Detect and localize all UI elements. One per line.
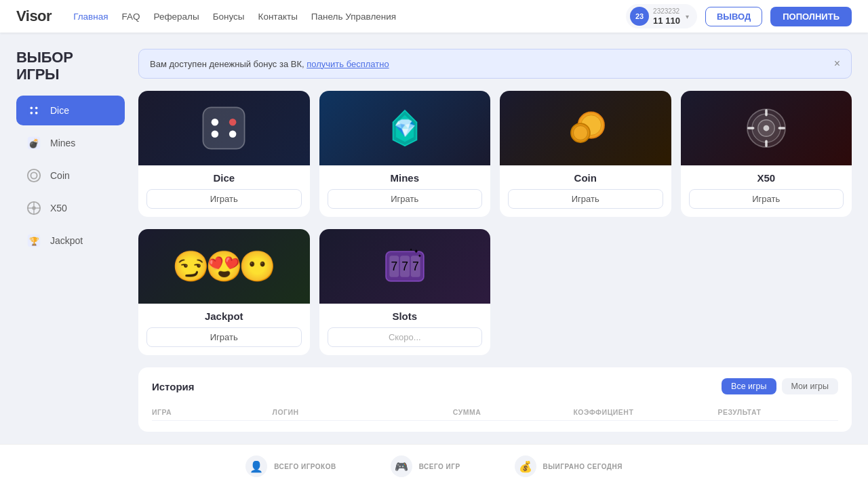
sidebar-item-coin[interactable]: Coin: [16, 161, 125, 190]
won-icon: 💰: [515, 455, 536, 477]
games-grid-row2: 😏 😍 😶 Jackpot Играть 7: [138, 229, 852, 355]
game-card-jackpot[interactable]: 😏 😍 😶 Jackpot Играть: [138, 229, 310, 355]
tab-my-games[interactable]: Мои игры: [782, 378, 838, 394]
game-thumb-x50: [681, 91, 852, 165]
sidebar: ВЫБОРИГРЫ Dice 💣 Mines: [16, 49, 125, 432]
sidebar-title: ВЫБОРИГРЫ: [16, 49, 125, 83]
user-balance: 11 110: [653, 16, 680, 26]
svg-rect-34: [778, 127, 785, 129]
play-button-mines[interactable]: Играть: [328, 189, 483, 209]
soon-button-slots: Скоро...: [328, 327, 483, 347]
svg-point-19: [212, 131, 219, 138]
bonus-banner: Вам доступен денежный бонус за ВК, получ…: [138, 49, 852, 79]
svg-point-26: [574, 126, 588, 140]
svg-text:💎: 💎: [393, 117, 416, 139]
tab-all-games[interactable]: Все игры: [722, 378, 776, 394]
coin-icon: [24, 166, 43, 185]
game-card-x50[interactable]: X50 Играть: [681, 91, 852, 217]
bottom-stats: 👤 ВСЕГО ИГРОКОВ 🎮 ВСЕГО ИГР 💰 ВЫИГРАНО С…: [0, 444, 868, 488]
banner-text: Вам доступен денежный бонус за ВК, получ…: [150, 59, 389, 69]
history-title: История: [152, 381, 195, 392]
play-button-jackpot[interactable]: Играть: [146, 327, 302, 347]
game-info-jackpot: Jackpot Играть: [138, 304, 310, 355]
svg-text:7: 7: [391, 260, 397, 273]
play-button-coin[interactable]: Играть: [508, 189, 663, 209]
game-name-coin: Coin: [508, 172, 663, 184]
nav-home[interactable]: Главная: [73, 12, 108, 22]
svg-text:💣: 💣: [28, 138, 40, 148]
withdraw-button[interactable]: ВЫВОД: [705, 7, 762, 26]
user-info: 2323232 11 110: [653, 7, 680, 26]
stat-games-label: ВСЕГО ИГР: [419, 463, 460, 470]
nav-referrals[interactable]: Рефералы: [154, 12, 199, 22]
game-name-jackpot: Jackpot: [146, 310, 302, 322]
sidebar-mines-label: Mines: [50, 138, 75, 148]
game-card-coin[interactable]: Coin Играть: [500, 91, 671, 217]
stat-total-players: 👤 ВСЕГО ИГРОКОВ: [245, 455, 336, 477]
svg-rect-32: [765, 140, 768, 148]
svg-point-4: [35, 111, 38, 114]
nav-faq[interactable]: FAQ: [122, 12, 140, 22]
deposit-button[interactable]: ПОПОЛНИТЬ: [770, 7, 852, 26]
svg-rect-33: [747, 127, 755, 129]
play-button-x50[interactable]: Играть: [689, 189, 844, 209]
game-info-coin: Coin Играть: [500, 165, 671, 217]
sidebar-item-x50[interactable]: X50: [16, 193, 125, 223]
games-grid-row1: Dice Играть 💎 Mines Играть: [138, 91, 852, 217]
svg-rect-15: [203, 107, 245, 148]
svg-text:7: 7: [412, 260, 419, 273]
history-header: История Все игры Мои игры: [152, 378, 838, 394]
stat-total-games: 🎮 ВСЕГО ИГР: [391, 455, 460, 477]
jackpot-icon: 🏆: [24, 231, 43, 250]
sidebar-coin-label: Coin: [50, 170, 70, 181]
svg-point-17: [229, 119, 237, 126]
stat-players-info: ВСЕГО ИГРОКОВ: [274, 463, 336, 470]
x50-icon: [24, 199, 43, 218]
game-card-mines[interactable]: 💎 Mines Играть: [319, 91, 491, 217]
stat-won-info: ВЫИГРАНО СЕГОДНЯ: [543, 463, 623, 470]
dice-icon: [24, 101, 43, 120]
sidebar-x50-label: X50: [50, 203, 67, 214]
game-card-slots[interactable]: 7 7 7 ✦ ✦ ✦ Slots Скоро...: [319, 229, 491, 355]
nav-contacts[interactable]: Контакты: [258, 12, 298, 22]
svg-point-1: [31, 106, 33, 109]
banner-link[interactable]: получить бесплатно: [307, 59, 389, 69]
svg-text:✦: ✦: [410, 247, 412, 251]
history-table-header: ИГРА ЛОГИН СУММА КОЭФФИЦИЕНТ РЕЗУЛЬТАТ: [152, 404, 838, 421]
svg-text:🏆: 🏆: [29, 235, 39, 245]
svg-rect-31: [765, 109, 768, 117]
svg-point-16: [212, 119, 219, 126]
svg-text:✦: ✦: [418, 253, 422, 258]
main-layout: ВЫБОРИГРЫ Dice 💣 Mines: [0, 33, 868, 448]
nav-bonuses[interactable]: Бонусы: [213, 12, 245, 22]
logo[interactable]: Visor: [16, 7, 52, 25]
sidebar-dice-label: Dice: [50, 105, 69, 116]
stat-games-info: ВСЕГО ИГР: [419, 463, 460, 470]
content-area: Вам доступен денежный бонус за ВК, получ…: [138, 49, 852, 432]
game-thumb-slots: 7 7 7 ✦ ✦ ✦: [319, 229, 491, 304]
svg-point-8: [31, 172, 37, 178]
svg-text:7: 7: [401, 260, 408, 273]
sidebar-item-dice[interactable]: Dice: [16, 96, 125, 125]
sidebar-item-jackpot[interactable]: 🏆 Jackpot: [16, 226, 125, 256]
history-tabs: Все игры Мои игры: [722, 378, 838, 394]
main-nav: Главная FAQ Рефералы Бонусы Контакты Пан…: [73, 12, 626, 22]
banner-close-button[interactable]: ×: [834, 58, 840, 70]
col-result: РЕЗУЛЬТАТ: [717, 408, 838, 416]
game-thumb-dice: [138, 91, 310, 165]
game-name-mines: Mines: [328, 172, 483, 184]
avatar: 23: [630, 7, 649, 26]
col-game: ИГРА: [152, 408, 273, 416]
game-card-dice[interactable]: Dice Играть: [138, 91, 310, 217]
col-coefficient: КОЭФФИЦИЕНТ: [573, 408, 717, 416]
play-button-dice[interactable]: Играть: [146, 189, 302, 209]
header-right: 23 2323232 11 110 ▾ ВЫВОД ПОПОЛНИТЬ: [626, 4, 852, 28]
svg-point-30: [763, 125, 769, 131]
nav-panel[interactable]: Панель Управления: [311, 12, 396, 22]
svg-point-3: [31, 111, 33, 114]
sidebar-item-mines[interactable]: 💣 Mines: [16, 128, 125, 158]
user-id: 2323232: [653, 7, 680, 16]
game-info-slots: Slots Скоро...: [319, 304, 491, 355]
user-badge[interactable]: 23 2323232 11 110 ▾: [626, 4, 697, 28]
game-info-x50: X50 Играть: [681, 165, 852, 217]
